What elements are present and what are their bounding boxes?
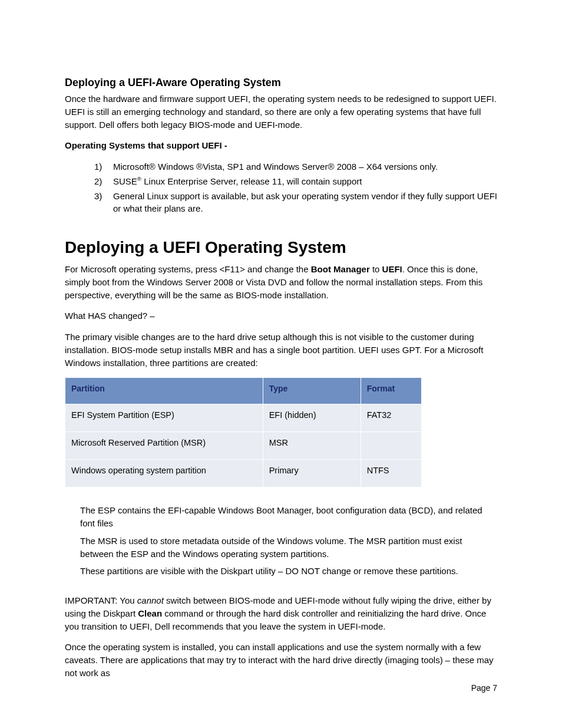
- section1-subhead: Operating Systems that support UEFI -: [65, 139, 497, 152]
- note: These partitions are visible with the Di…: [80, 565, 497, 578]
- section2-intro: For Microsoft operating systems, press <…: [65, 263, 497, 301]
- closing-paragraph: Once the operating system is installed, …: [65, 641, 497, 679]
- td: Windows operating system partition: [65, 460, 263, 487]
- table-row: Microsoft Reserved Partition (MSR) MSR: [65, 432, 422, 460]
- text: to: [370, 264, 382, 274]
- section1-intro: Once the hardware and firmware support U…: [65, 93, 497, 131]
- registered-mark: ®: [137, 176, 141, 182]
- td: MSR: [263, 432, 361, 460]
- td: EFI (hidden): [263, 404, 361, 432]
- td: FAT32: [361, 404, 421, 432]
- text: SUSE: [113, 176, 137, 186]
- th-partition: Partition: [65, 378, 263, 404]
- td: Microsoft Reserved Partition (MSR): [65, 432, 263, 460]
- section2-question: What HAS changed? –: [65, 309, 497, 322]
- text: For Microsoft operating systems, press <…: [65, 264, 311, 274]
- text: Linux Enterprise Server, release 11, wil…: [141, 176, 362, 186]
- td: Primary: [263, 460, 361, 487]
- text-bold: Clean: [138, 608, 162, 618]
- section2-heading: Deploying a UEFI Operating System: [65, 238, 497, 257]
- text-bold: Boot Manager: [311, 264, 370, 274]
- section2-changes: The primary visible changes are to the h…: [65, 331, 497, 369]
- os-list-item: General Linux support is available, but …: [113, 190, 497, 215]
- td: [361, 432, 421, 460]
- table-row: Windows operating system partition Prima…: [65, 460, 422, 487]
- td: EFI System Partition (ESP): [65, 404, 263, 432]
- os-list-item: Microsoft® Windows ®Vista, SP1 and Windo…: [113, 160, 497, 173]
- important-note: IMPORTANT: You cannot switch between BIO…: [65, 594, 497, 633]
- table-row: EFI System Partition (ESP) EFI (hidden) …: [65, 404, 422, 432]
- text: IMPORTANT: You: [65, 595, 137, 605]
- os-list-item: SUSE® Linux Enterprise Server, release 1…: [113, 175, 497, 187]
- text-italic: cannot: [137, 595, 164, 605]
- os-list: Microsoft® Windows ®Vista, SP1 and Windo…: [65, 160, 497, 215]
- page: Deploying a UEFI-Aware Operating System …: [0, 0, 562, 728]
- th-type: Type: [263, 378, 361, 404]
- table-header-row: Partition Type Format: [65, 378, 422, 404]
- note: The ESP contains the EFI-capable Windows…: [80, 504, 497, 530]
- td: NTFS: [361, 460, 421, 487]
- note: The MSR is used to store metadata outsid…: [80, 535, 497, 561]
- table-notes: The ESP contains the EFI-capable Windows…: [80, 504, 497, 578]
- th-format: Format: [361, 378, 421, 404]
- partition-table: Partition Type Format EFI System Partiti…: [65, 377, 422, 487]
- section1-heading: Deploying a UEFI-Aware Operating System: [65, 77, 497, 89]
- page-number: Page 7: [471, 683, 497, 693]
- text-bold: UEFI: [382, 264, 402, 274]
